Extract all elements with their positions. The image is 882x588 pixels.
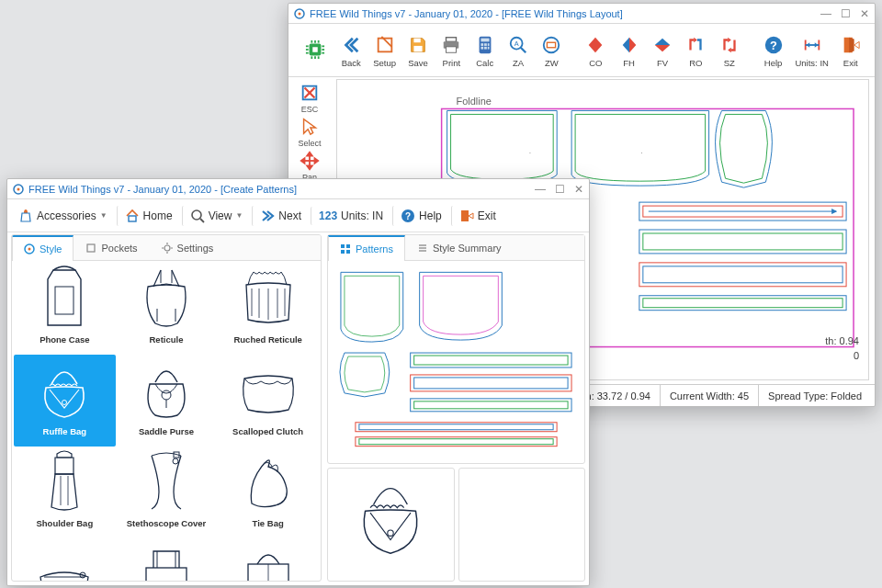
svg-point-100	[173, 458, 178, 464]
exit-button[interactable]: Exit	[834, 35, 867, 68]
side-tools: ESC Select Pan	[288, 79, 331, 186]
svg-rect-110	[341, 250, 345, 254]
tab-settings[interactable]: Settings	[150, 235, 226, 260]
svg-rect-21	[447, 46, 457, 51]
tab-patterns[interactable]: Patterns	[328, 235, 405, 261]
grid-item-stethoscope-cover[interactable]: Stethoscope Cover	[116, 447, 218, 538]
info-th: th: 0.94	[825, 335, 859, 346]
toolbar: Accessories▼ Home View▼ Next 123 Units: …	[7, 199, 589, 232]
svg-point-95	[62, 401, 67, 405]
svg-marker-54	[301, 158, 305, 164]
svg-rect-75	[461, 210, 469, 221]
print-button[interactable]: Print	[435, 35, 468, 68]
ro-button[interactable]: RO	[679, 35, 712, 68]
svg-rect-119	[411, 399, 571, 412]
svg-rect-109	[346, 244, 350, 248]
svg-rect-65	[643, 266, 842, 283]
svg-rect-18	[413, 45, 422, 51]
save-button[interactable]: Save	[401, 35, 435, 68]
units-button[interactable]: Units: IN	[790, 35, 834, 68]
tie-bag-icon	[232, 448, 305, 516]
grid-item-shoulder-bag[interactable]: Shoulder Bag	[14, 447, 116, 538]
accessories-menu[interactable]: Accessories▼	[13, 206, 113, 226]
tab-pockets[interactable]: Pockets	[74, 235, 149, 260]
window-controls: — ☐ ✕	[535, 183, 583, 196]
svg-rect-115	[411, 353, 571, 368]
back-button[interactable]: Back	[334, 35, 368, 68]
units-button[interactable]: 123 Units: IN	[311, 207, 389, 225]
svg-text:•: •	[641, 151, 643, 155]
view-menu[interactable]: View▼	[182, 206, 249, 226]
grid-item-phone-case[interactable]: Phone Case	[14, 263, 116, 355]
patterns-panel: Patterns Style Summary	[327, 234, 585, 582]
grid-item-extra-2[interactable]	[116, 538, 218, 581]
minimize-button[interactable]: —	[535, 183, 546, 196]
svg-rect-19	[447, 37, 457, 41]
zw-button[interactable]: ZW	[535, 35, 568, 68]
close-button[interactable]: ✕	[574, 183, 583, 196]
grid-item-saddle-purse[interactable]: Saddle Purse	[116, 355, 218, 447]
maximize-button[interactable]: ☐	[841, 7, 851, 20]
grid-item-ruffle-bag[interactable]: Ruffle Bag	[14, 355, 116, 447]
select-tool[interactable]: Select	[291, 117, 328, 148]
grid-item-ruched-reticule[interactable]: Ruched Reticule	[217, 263, 319, 355]
esc-tool[interactable]: ESC	[291, 83, 328, 114]
svg-text:?: ?	[770, 38, 777, 51]
tab-style[interactable]: Style	[12, 235, 74, 261]
exit-button[interactable]: Exit	[451, 206, 502, 226]
fh-button[interactable]: FH	[612, 35, 645, 68]
preview-row	[327, 468, 585, 582]
svg-rect-122	[359, 424, 553, 430]
preview-empty[interactable]	[458, 468, 586, 582]
svg-rect-26	[487, 43, 489, 46]
next-button[interactable]: Next	[252, 206, 307, 226]
fv-button[interactable]: FV	[646, 35, 679, 68]
create-window: FREE Wild Things v7 - January 01, 2020 -…	[6, 178, 590, 586]
svg-marker-43	[806, 42, 809, 48]
grid-item-scalloped-clutch[interactable]: Scalloped Clutch	[217, 355, 319, 447]
main-toolbar: Back Setup Save Print Calc A ZA ZW	[288, 24, 875, 77]
svg-rect-121	[356, 423, 557, 432]
sz-button[interactable]: SZ	[713, 35, 746, 68]
preview-ruffle-bag[interactable]	[327, 468, 455, 582]
setup-button[interactable]: Setup	[368, 35, 401, 68]
pan-tool[interactable]: Pan	[291, 151, 328, 182]
foldline-label: Foldline	[457, 96, 492, 107]
reticule-icon	[130, 265, 203, 333]
svg-rect-29	[487, 46, 489, 49]
svg-rect-17	[413, 38, 420, 42]
app-icon	[13, 184, 24, 195]
grid-item-extra-1[interactable]	[14, 538, 116, 581]
svg-point-71	[192, 210, 201, 220]
svg-rect-23	[481, 38, 489, 41]
svg-rect-15	[312, 47, 318, 52]
ruffle-bag-icon	[28, 356, 101, 424]
tab-style-summary[interactable]: Style Summary	[405, 235, 514, 260]
svg-rect-108	[341, 244, 345, 248]
info-zero: 0	[854, 350, 859, 361]
svg-point-1	[299, 12, 301, 15]
svg-marker-53	[307, 166, 312, 170]
help-button[interactable]: ? Help	[392, 206, 447, 226]
grid-item-extra-3[interactable]	[217, 538, 319, 581]
grid-item-reticule[interactable]: Reticule	[116, 263, 218, 355]
svg-marker-36	[728, 37, 731, 42]
za-button[interactable]: A ZA	[502, 35, 535, 68]
patterns-canvas[interactable]	[328, 261, 584, 463]
status-width: Current Width: 45	[660, 385, 758, 406]
home-button[interactable]: Home	[117, 206, 178, 226]
maximize-button[interactable]: ☐	[555, 183, 565, 196]
svg-marker-52	[307, 153, 312, 156]
help-button[interactable]: ? Help	[756, 35, 789, 68]
chip-icon[interactable]	[296, 40, 334, 62]
svg-marker-76	[469, 213, 473, 219]
minimize-button[interactable]: —	[820, 7, 831, 20]
grid-item-tie-bag[interactable]: Tie Bag	[217, 447, 319, 538]
svg-marker-46	[854, 41, 859, 48]
saddle-purse-icon	[130, 356, 203, 424]
calc-button[interactable]: Calc	[469, 35, 502, 68]
svg-rect-27	[481, 46, 483, 49]
close-button[interactable]: ✕	[860, 7, 869, 20]
svg-rect-111	[346, 250, 350, 254]
co-button[interactable]: CO	[579, 35, 612, 68]
